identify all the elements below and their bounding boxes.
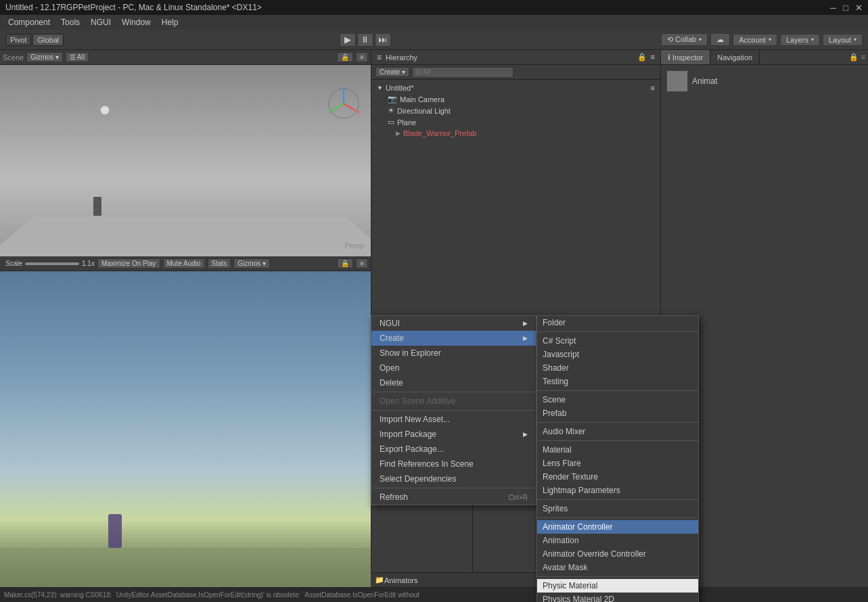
hierarchy-item-plane[interactable]: ▭ Plane	[382, 116, 660, 128]
scale-slider[interactable]	[25, 262, 79, 265]
inspector-asset-name: Animat	[692, 76, 717, 86]
create-item-lens-flare[interactable]: Lens Flare	[537, 457, 698, 470]
navigation-tab-label: Navigation	[717, 53, 752, 62]
menu-ngui[interactable]: NGUI	[85, 16, 116, 28]
inspector-tab-label: Inspector	[672, 53, 703, 62]
global-button[interactable]: Global	[32, 34, 64, 46]
menu-tools[interactable]: Tools	[55, 16, 85, 28]
hierarchy-dirlight-label: Directional Light	[397, 107, 451, 115]
game-lock-button[interactable]: 🔒	[337, 258, 353, 269]
create-sep-3	[537, 422, 698, 423]
create-item-folder[interactable]: Folder	[537, 316, 698, 329]
hierarchy-item-maincamera[interactable]: 📷 Main Camera	[382, 93, 660, 105]
create-item-render-texture[interactable]: Render Texture	[537, 470, 698, 484]
close-button[interactable]: ✕	[855, 3, 863, 13]
context-menu: NGUI ▶ Create ▶ Show in Explorer Open De…	[371, 315, 536, 505]
create-sep-5	[537, 499, 698, 500]
create-item-sprites[interactable]: Sprites	[537, 502, 698, 515]
stats-button[interactable]: Stats	[208, 258, 231, 269]
light-icon: ☀	[388, 106, 394, 115]
menu-help[interactable]: Help	[156, 16, 184, 28]
menu-window[interactable]: Window	[116, 16, 156, 28]
camera-icon: 📷	[388, 95, 397, 103]
hierarchy-scene-menu[interactable]: ≡	[651, 84, 655, 92]
context-menu-delete[interactable]: Delete	[371, 375, 536, 390]
create-item-csharp[interactable]: C# Script	[537, 334, 698, 348]
create-item-lightmap-params[interactable]: Lightmap Parameters	[537, 484, 698, 497]
context-menu-import-asset[interactable]: Import New Asset...	[371, 412, 536, 427]
layout-button[interactable]: Layout ▾	[823, 34, 863, 46]
scene-lock-button[interactable]: 🔒	[337, 52, 353, 62]
context-menu-ngui[interactable]: NGUI ▶	[371, 316, 536, 331]
context-menu-refresh[interactable]: Refresh Ctrl+R	[371, 490, 536, 505]
scene-gizmos-button[interactable]: Gizmos ▾	[26, 52, 63, 62]
titlebar-controls[interactable]: ─ □ ✕	[830, 3, 863, 13]
game-character	[108, 514, 122, 548]
create-item-scene[interactable]: Scene	[537, 393, 698, 407]
create-sep-7	[537, 576, 698, 577]
toolbar: Pivot Global ▶ ⏸ ⏭ ⟲ Collab ▾ ☁ Account …	[0, 30, 868, 50]
hierarchy-item-dirlight[interactable]: ☀ Directional Light	[382, 105, 660, 116]
maximize-button[interactable]: □	[843, 3, 848, 13]
step-button[interactable]: ⏭	[375, 33, 391, 47]
inspector-lock-icon[interactable]: 🔒	[849, 53, 859, 62]
collab-button[interactable]: ⟲ Collab ▾	[661, 33, 708, 46]
context-menu-show-explorer[interactable]: Show in Explorer	[371, 346, 536, 361]
create-item-animator-override[interactable]: Animator Override Controller	[537, 547, 698, 561]
context-select-deps-label: Select Dependencies	[380, 474, 456, 484]
import-package-arrow: ▶	[523, 431, 528, 438]
play-button[interactable]: ▶	[340, 33, 356, 47]
create-item-physics-material-2d[interactable]: Physics Material 2D	[537, 593, 698, 602]
game-gizmos-button[interactable]: Gizmos ▾	[233, 258, 270, 269]
context-menu-create[interactable]: Create ▶	[371, 331, 536, 346]
create-item-testing[interactable]: Testing	[537, 375, 698, 388]
context-menu-open[interactable]: Open	[371, 361, 536, 375]
context-menu-export-package[interactable]: Export Package...	[371, 442, 536, 457]
create-item-prefab[interactable]: Prefab	[537, 407, 698, 420]
ngui-submenu-arrow: ▶	[523, 320, 528, 327]
statusbar: Maker.cs(574,23): warning CS0618: `Unity…	[0, 587, 868, 602]
tab-inspector[interactable]: ℹ Inspector	[661, 50, 710, 64]
create-item-shader[interactable]: Shader	[537, 361, 698, 375]
animators-bar-label: Animators	[384, 576, 418, 584]
mute-audio-button[interactable]: Mute Audio	[163, 258, 205, 269]
hierarchy-menu-icon[interactable]: ≡	[651, 53, 655, 62]
game-menu-button[interactable]: ≡	[356, 258, 368, 269]
hierarchy-item-blade[interactable]: ▶ Blade_Warrior_Prefab	[382, 128, 660, 139]
hierarchy-title: Hierarchy	[386, 53, 417, 62]
menu-component[interactable]: Component	[3, 16, 55, 28]
context-menu-import-package[interactable]: Import Package ▶	[371, 427, 536, 442]
context-refresh-label: Refresh	[380, 492, 408, 502]
hierarchy-create-button[interactable]: Create ▾	[375, 67, 409, 77]
scene-all-button[interactable]: ☰ All	[66, 52, 89, 62]
tab-navigation[interactable]: Navigation	[710, 50, 760, 64]
hierarchy-search-input[interactable]	[412, 67, 513, 78]
create-item-animation[interactable]: Animation	[537, 534, 698, 547]
context-menu-select-deps[interactable]: Select Dependencies	[371, 471, 536, 486]
create-item-javascript[interactable]: Javascript	[537, 348, 698, 361]
layers-button[interactable]: Layers ▾	[780, 34, 820, 46]
minimize-button[interactable]: ─	[830, 3, 836, 13]
context-show-explorer-label: Show in Explorer	[380, 348, 441, 358]
inspector-menu-icon[interactable]: ≡	[861, 53, 865, 62]
context-sep-3	[371, 488, 536, 488]
xyz-widget: Y X Z	[325, 85, 363, 122]
cloud-button[interactable]: ☁	[710, 33, 730, 46]
context-menu-find-refs[interactable]: Find References In Scene	[371, 457, 536, 471]
create-item-material[interactable]: Material	[537, 443, 698, 457]
create-submenu-list: Folder C# Script Javascript Shader Testi…	[537, 316, 698, 602]
scene-canvas: Y X Z Persp	[0, 65, 371, 256]
hierarchy-lock-icon[interactable]: 🔒	[637, 53, 647, 62]
pivot-button[interactable]: Pivot	[5, 34, 31, 46]
maximize-on-play-button[interactable]: Maximize On Play	[97, 258, 160, 269]
create-item-avatar-mask[interactable]: Avatar Mask	[537, 561, 698, 574]
svg-line-2	[344, 103, 356, 111]
account-button[interactable]: Account ▾	[733, 34, 777, 46]
create-item-audio-mixer[interactable]: Audio Mixer	[537, 425, 698, 438]
scene-menu-button[interactable]: ≡	[356, 52, 368, 62]
create-item-animator-controller[interactable]: Animator Controller	[537, 520, 698, 534]
create-item-physic-material[interactable]: Physic Material	[537, 579, 698, 593]
hierarchy-scene-row[interactable]: ▼ Untitled* ≡	[371, 83, 660, 93]
create-submenu: Folder C# Script Javascript Shader Testi…	[536, 315, 699, 602]
pause-button[interactable]: ⏸	[357, 33, 373, 47]
